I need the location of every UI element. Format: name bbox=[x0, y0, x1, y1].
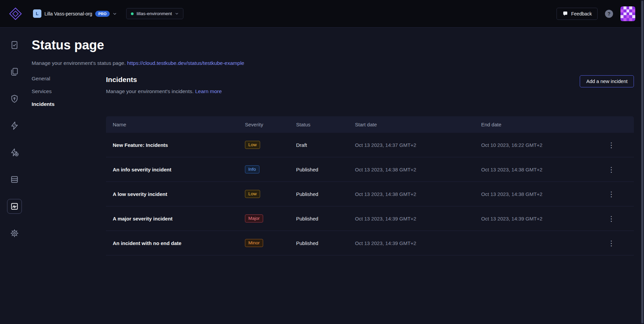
severity-badge: Info bbox=[245, 165, 259, 174]
incident-actions-cell: ⋮ bbox=[602, 164, 634, 175]
help-label: ? bbox=[608, 11, 611, 16]
chevron-down-icon bbox=[113, 12, 117, 16]
sidebar-item-webhooks[interactable] bbox=[7, 91, 22, 106]
incident-name: New Feature: Incidents bbox=[106, 142, 245, 148]
row-actions-kebab-button[interactable]: ⋮ bbox=[605, 238, 618, 249]
severity-badge: Major bbox=[245, 214, 263, 223]
incident-end-date: Oct 13 2023, 14:38 GMT+2 bbox=[481, 191, 602, 197]
server-icon bbox=[10, 175, 19, 184]
incident-name: An info severity incident bbox=[106, 167, 245, 172]
incidents-header: Incidents Manage your environment's inci… bbox=[106, 75, 634, 95]
gear-icon bbox=[10, 229, 19, 238]
add-incident-button[interactable]: Add a new incident bbox=[580, 75, 634, 87]
env-name: lillas-environment bbox=[137, 11, 172, 16]
subnav-item-general[interactable]: General bbox=[32, 75, 106, 82]
table-row: New Feature: Incidents Low Draft Oct 13 … bbox=[106, 133, 634, 157]
user-avatar[interactable] bbox=[620, 6, 635, 21]
incident-severity-cell: Minor bbox=[245, 239, 296, 247]
subnav-item-services[interactable]: Services bbox=[32, 88, 106, 95]
status-page-icon bbox=[10, 202, 19, 211]
learn-more-link[interactable]: Learn more bbox=[195, 88, 222, 94]
incident-status: Published bbox=[296, 167, 355, 172]
incident-start-date: Oct 13 2023, 14:37 GMT+2 bbox=[355, 142, 481, 148]
incident-actions-cell: ⋮ bbox=[602, 213, 634, 224]
org-selector[interactable]: L Lilla Vass-personal-org PRO bbox=[33, 9, 117, 18]
sidebar-item-tests[interactable] bbox=[7, 38, 22, 52]
incident-start-date: Oct 13 2023, 14:39 GMT+2 bbox=[355, 240, 481, 246]
settings-subnav: General Services Incidents bbox=[32, 75, 106, 255]
incident-start-date: Oct 13 2023, 14:39 GMT+2 bbox=[355, 216, 481, 221]
column-header-status: Status bbox=[296, 122, 355, 127]
feedback-chat-icon bbox=[562, 11, 568, 17]
incident-actions-cell: ⋮ bbox=[602, 189, 634, 200]
incident-name: An incident with no end date bbox=[106, 240, 245, 246]
incident-start-date: Oct 13 2023, 14:38 GMT+2 bbox=[355, 167, 481, 172]
severity-badge: Low bbox=[245, 141, 260, 149]
incident-severity-cell: Low bbox=[245, 190, 296, 198]
incident-severity-cell: Major bbox=[245, 214, 296, 223]
testkube-logo-icon bbox=[9, 7, 22, 21]
incident-status: Draft bbox=[296, 142, 355, 148]
row-actions-kebab-button[interactable]: ⋮ bbox=[605, 164, 618, 175]
sidebar-item-executors[interactable] bbox=[7, 172, 22, 187]
env-status-dot bbox=[131, 12, 134, 15]
table-row: A low severity incident Low Published Oc… bbox=[106, 182, 634, 206]
page-scrollbar[interactable] bbox=[641, 0, 644, 324]
pro-badge: PRO bbox=[95, 11, 110, 17]
feedback-button[interactable]: Feedback bbox=[557, 8, 598, 20]
row-actions-kebab-button[interactable]: ⋮ bbox=[605, 189, 618, 200]
column-header-name: Name bbox=[106, 122, 245, 127]
table-row: An incident with no end date Minor Publi… bbox=[106, 231, 634, 255]
scrollbar-thumb[interactable] bbox=[641, 1, 643, 323]
row-actions-kebab-button[interactable]: ⋮ bbox=[605, 213, 618, 224]
sidebar-item-status-pages[interactable] bbox=[7, 199, 22, 214]
incident-name: A major severity incident bbox=[106, 216, 245, 221]
column-header-start: Start date bbox=[355, 122, 481, 127]
incidents-section: Incidents Manage your environment's inci… bbox=[106, 75, 634, 255]
feedback-label: Feedback bbox=[571, 11, 592, 16]
testkube-logo[interactable] bbox=[9, 7, 22, 21]
incident-start-date: Oct 13 2023, 14:38 GMT+2 bbox=[355, 191, 481, 197]
clipboard-check-icon bbox=[10, 40, 19, 50]
incidents-subtitle-text: Manage your environment's incidents. bbox=[106, 88, 194, 94]
org-name: Lilla Vass-personal-org bbox=[44, 11, 92, 16]
bolt-plus-icon bbox=[10, 148, 19, 157]
help-button[interactable]: ? bbox=[605, 10, 613, 18]
incident-end-date: Oct 13 2023, 14:39 GMT+2 bbox=[481, 216, 602, 221]
page-title: Status page bbox=[32, 38, 634, 52]
table-header: Name Severity Status Start date End date bbox=[106, 116, 634, 133]
incident-end-date: Oct 13 2023, 14:38 GMT+2 bbox=[481, 167, 602, 172]
row-actions-kebab-button[interactable]: ⋮ bbox=[605, 139, 618, 151]
environment-selector[interactable]: lillas-environment bbox=[126, 8, 183, 19]
table-row: An info severity incident Info Published… bbox=[106, 157, 634, 182]
incident-status: Published bbox=[296, 191, 355, 197]
shield-icon bbox=[10, 94, 19, 104]
incidents-subtitle: Manage your environment's incidents. Lea… bbox=[106, 88, 222, 95]
sidebar-item-test-triggers[interactable] bbox=[7, 145, 22, 160]
page-subtitle: Manage your environment's status page. h… bbox=[32, 60, 634, 67]
incident-actions-cell: ⋮ bbox=[602, 139, 634, 151]
topbar-right: Feedback ? bbox=[557, 6, 635, 21]
sidebar-item-test-suites[interactable] bbox=[7, 65, 22, 79]
incident-end-date: Oct 10 2023, 16:22 GMT+2 bbox=[481, 142, 602, 148]
incident-severity-cell: Low bbox=[245, 141, 296, 149]
topbar: L Lilla Vass-personal-org PRO lillas-env… bbox=[0, 0, 644, 28]
bolt-icon bbox=[10, 121, 19, 130]
org-avatar: L bbox=[33, 9, 41, 18]
sidebar-item-triggers[interactable] bbox=[7, 118, 22, 133]
incident-severity-cell: Info bbox=[245, 165, 296, 174]
status-page-url-link[interactable]: https://cloud.testkube.dev/status/testku… bbox=[127, 60, 244, 66]
documents-icon bbox=[10, 67, 19, 77]
main-content: Status page Manage your environment's st… bbox=[29, 28, 641, 324]
chevron-down-icon bbox=[175, 12, 179, 15]
sidebar-item-settings[interactable] bbox=[7, 226, 22, 241]
sidebar bbox=[0, 28, 29, 324]
incident-actions-cell: ⋮ bbox=[602, 238, 634, 249]
incident-status: Published bbox=[296, 216, 355, 221]
content-row: General Services Incidents Incidents Man… bbox=[32, 75, 634, 255]
severity-badge: Low bbox=[245, 190, 260, 198]
table-body: New Feature: Incidents Low Draft Oct 13 … bbox=[106, 133, 634, 255]
incident-status: Published bbox=[296, 240, 355, 246]
table-row: A major severity incident Major Publishe… bbox=[106, 206, 634, 231]
subnav-item-incidents[interactable]: Incidents bbox=[32, 101, 106, 108]
